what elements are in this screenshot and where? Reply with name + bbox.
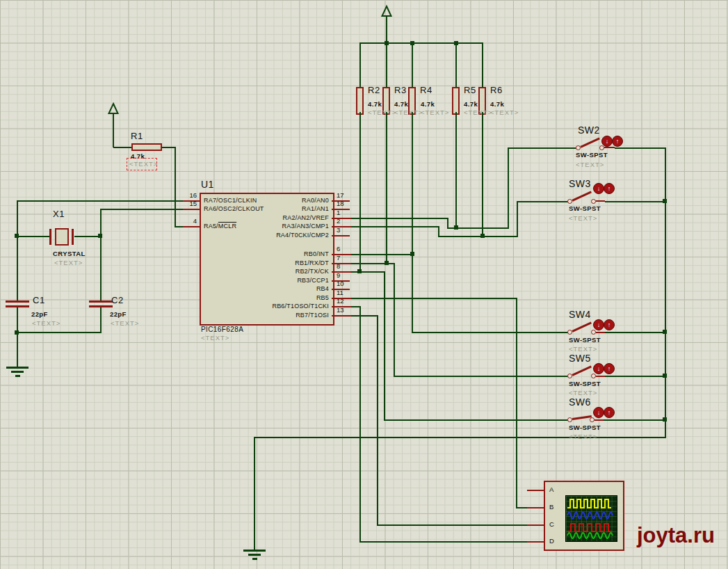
sw4-toggle-down-button[interactable]: ↓ [593, 319, 604, 330]
pin-stub [604, 147, 615, 148]
wire [17, 236, 50, 237]
wire [101, 209, 184, 210]
junction-dot [480, 234, 485, 238]
ground-bar [11, 371, 24, 373]
pin-number: 17 [337, 191, 344, 199]
pin-label: RA0/AN0 [205, 197, 329, 205]
r4-ref: R4 [420, 85, 432, 95]
sw5-toggle-down-button[interactable]: ↓ [593, 363, 604, 374]
wire [438, 236, 518, 237]
resistor-r2[interactable] [356, 87, 364, 115]
ground-symbol[interactable] [243, 550, 266, 552]
sw3-lever[interactable] [572, 191, 591, 201]
pin-label: RB4 [205, 285, 329, 293]
wire [517, 201, 569, 202]
resistor-r1[interactable] [131, 143, 162, 151]
sw2-lever[interactable] [580, 137, 599, 147]
sw2-toggle-up-button[interactable]: ↑ [612, 136, 623, 147]
pin-stub [332, 218, 351, 219]
junction-dot [385, 41, 389, 45]
pin-stub [332, 209, 350, 210]
wire [377, 315, 378, 526]
c1-placeholder: <TEXT> [32, 319, 60, 327]
schematic-canvas: R1 4.7k <TEXT> X1 CRYSTAL <TEXT> C1 22pF… [0, 0, 728, 569]
wire [605, 201, 666, 202]
r5-ref: R5 [464, 85, 476, 95]
osc-input-a-stub [527, 490, 545, 491]
pin-number: 11 [337, 289, 343, 296]
junction-dot [663, 374, 667, 378]
sw6-part: SW-SPST [569, 424, 601, 431]
r2-placeholder: <TEXT> [368, 109, 396, 116]
resistor-r5[interactable] [452, 87, 460, 115]
osc-input-c-stub [527, 524, 545, 526]
sw2-toggle-down-button[interactable]: ↓ [601, 136, 613, 147]
sw6-toggle-up-button[interactable]: ↑ [604, 407, 615, 418]
sw4-toggle-up-button[interactable]: ↑ [604, 319, 615, 330]
sw5-lever[interactable] [572, 365, 591, 376]
sw5-toggle-up-button[interactable]: ↑ [604, 363, 615, 374]
wire [516, 298, 517, 508]
ground-symbol[interactable] [6, 367, 29, 369]
c2-placeholder: <TEXT> [111, 319, 139, 327]
sw6-toggle-down-button[interactable]: ↓ [593, 407, 604, 418]
x1-ref: X1 [53, 209, 65, 219]
wire [604, 419, 666, 421]
wire [517, 201, 518, 237]
junction-dot [15, 234, 19, 238]
sw4-ref: SW4 [569, 309, 591, 320]
sw6-right-contact [590, 417, 594, 422]
sw4-placeholder: <TEXT> [569, 345, 597, 353]
wire [482, 42, 483, 87]
pin-number: 3 [337, 226, 340, 234]
r1-ref: R1 [131, 131, 143, 141]
r2-value: 4.7k [368, 100, 382, 108]
sw2-part: SW-SPST [576, 151, 608, 159]
wire [17, 200, 18, 301]
wire [455, 42, 457, 87]
osc-channel-c-label: C [549, 520, 554, 528]
wire [384, 271, 385, 421]
pin-stub [332, 315, 351, 316]
sw3-toggle-up-button[interactable]: ↑ [604, 183, 615, 194]
pin-label: RB5 [205, 294, 329, 302]
power-arrow-icon[interactable] [107, 102, 120, 115]
wire [360, 42, 483, 44]
pin-stub [594, 419, 604, 421]
wire [508, 147, 577, 149]
pin-number: 4 [176, 217, 197, 225]
r1-placeholder: <TEXT> [129, 160, 158, 168]
power-arrow-icon[interactable] [380, 4, 393, 18]
wire [113, 147, 131, 148]
wire [359, 541, 530, 543]
sw6-placeholder: <TEXT> [569, 433, 597, 440]
osc-input-d-stub [527, 541, 545, 543]
sw6-lever[interactable] [572, 415, 592, 419]
trace-c-square [567, 524, 612, 531]
osc-channel-d-label: D [549, 537, 554, 545]
junction-dot [410, 252, 414, 256]
pin-stub [596, 376, 605, 377]
r6-ref: R6 [490, 85, 503, 95]
sw3-part: SW-SPST [569, 205, 601, 212]
pin-stub [183, 209, 200, 210]
r3-placeholder: <TEXT> [394, 109, 423, 116]
pin-number: 15 [176, 200, 197, 207]
sw3-toggle-down-button[interactable]: ↓ [593, 183, 604, 194]
capacitor-c1[interactable] [6, 300, 29, 303]
u1-placeholder: <TEXT> [201, 334, 229, 342]
sw3-placeholder: <TEXT> [569, 214, 597, 222]
wire [394, 263, 395, 377]
wire [605, 376, 666, 377]
capacitor-c2[interactable] [89, 300, 113, 303]
pin-stub [596, 332, 605, 333]
trace-a-square [567, 499, 611, 508]
junction-dot [410, 41, 414, 45]
osc-input-b-stub [527, 507, 545, 508]
sw4-lever[interactable] [572, 321, 591, 332]
crystal-plate [49, 229, 51, 245]
sw2-ref: SW2 [578, 125, 600, 136]
wire [17, 332, 102, 333]
r5-placeholder: <TEXT> [464, 109, 492, 116]
crystal-x1[interactable] [55, 228, 69, 246]
